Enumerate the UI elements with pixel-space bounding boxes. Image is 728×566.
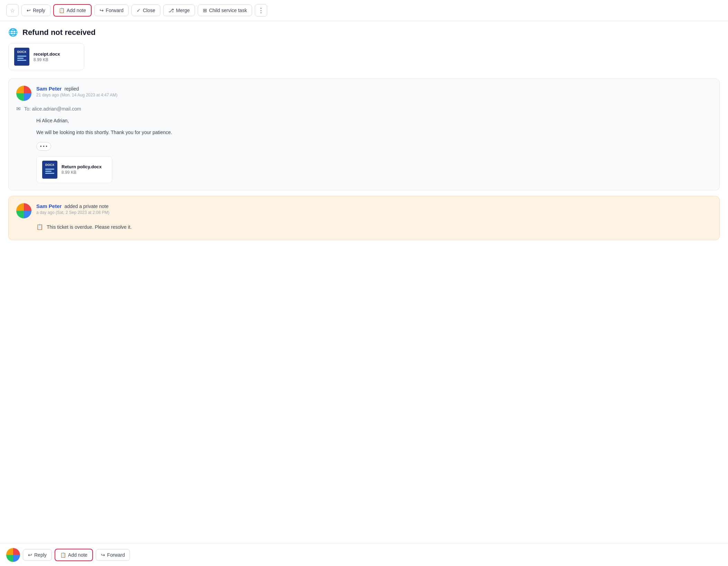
reply-button[interactable]: ↩ Reply [21,4,50,16]
forward-button[interactable]: ↪ Forward [94,4,129,16]
avatar [16,86,31,101]
body-line2: We will be looking into this shortly. Th… [36,129,712,136]
star-icon: ☆ [10,7,15,14]
add-note-button[interactable]: 📋 Add note [53,4,92,17]
reply-icon: ↩ [27,8,31,13]
reply-attachment-card[interactable]: DOCX Return policy.docx 8.99 KB [36,156,112,183]
merge-button[interactable]: ⎇ Merge [163,4,195,16]
note-time: a day ago (Sat, 2 Sep 2023 at 2:08 PM) [36,210,109,215]
envelope-icon: ✉ [16,106,21,112]
expand-message-button[interactable]: • • • [36,142,51,151]
first-attachment-card[interactable]: DOCX receipt.docx 8.99 KB [8,43,84,70]
attachment-info-2: Return policy.docx 8.99 KB [62,164,102,175]
star-button[interactable]: ☆ [6,4,19,17]
private-note-card: Sam Peter added a private note a day ago… [8,196,720,240]
page-title-row: 🌐 Refund not received [8,28,720,37]
note-action: added a private note [64,204,109,209]
merge-icon: ⎇ [168,8,174,13]
body-line1: Hi Alice Adrian, [36,117,712,124]
message-header: Sam Peter replied 21 days ago (Mon, 14 A… [16,86,712,101]
child-task-icon: ⊞ [203,8,207,13]
attachment-size: 8.99 KB [34,57,60,62]
note-author-name: Sam Peter [36,203,62,209]
message-attachment-area: DOCX Return policy.docx 8.99 KB [36,156,712,183]
note-body: This ticket is overdue. Please resolve i… [47,223,132,231]
message-meta: Sam Peter replied 21 days ago (Mon, 14 A… [36,86,118,97]
note-icon: 📋 [36,224,43,230]
author-action: replied [64,86,79,92]
top-toolbar: ☆ ↩ Reply 📋 Add note ↪ Forward ✓ Close ⎇… [0,0,728,21]
message-body: Hi Alice Adrian, We will be looking into… [36,117,712,151]
author-line: Sam Peter replied [36,86,118,92]
docx-file-icon-2: DOCX [42,161,57,179]
more-options-button[interactable]: ⋮ [255,4,267,17]
page-title: Refund not received [22,28,95,37]
message-to-row: ✉ To: alice.adrian@mail.com [16,106,712,112]
main-content: 🌐 Refund not received DOCX receipt.docx … [0,21,728,273]
message-to: To: alice.adrian@mail.com [24,106,81,112]
add-note-icon: 📋 [59,8,65,13]
author-name: Sam Peter [36,86,62,92]
attachment-name-2: Return policy.docx [62,164,102,169]
attachment-size-2: 8.99 KB [62,170,102,175]
avatar-2 [16,203,31,218]
note-author-line: Sam Peter added a private note [36,203,109,209]
reply-message-card: Sam Peter replied 21 days ago (Mon, 14 A… [8,78,720,190]
globe-icon: 🌐 [8,28,18,37]
message-time: 21 days ago (Mon, 14 Aug 2023 at 4:47 AM… [36,93,118,97]
note-header: Sam Peter added a private note a day ago… [16,203,712,218]
ellipsis-icon: • • • [40,144,47,149]
note-icon-row: 📋 This ticket is overdue. Please resolve… [36,223,712,231]
note-meta: Sam Peter added a private note a day ago… [36,203,109,215]
docx-file-icon: DOCX [14,48,29,66]
attachment-name: receipt.docx [34,51,60,57]
more-icon: ⋮ [258,7,264,14]
close-button[interactable]: ✓ Close [131,4,160,16]
attachment-info: receipt.docx 8.99 KB [34,51,60,62]
child-service-task-button[interactable]: ⊞ Child service task [198,4,252,16]
close-icon: ✓ [137,8,141,13]
forward-icon: ↪ [100,8,104,13]
